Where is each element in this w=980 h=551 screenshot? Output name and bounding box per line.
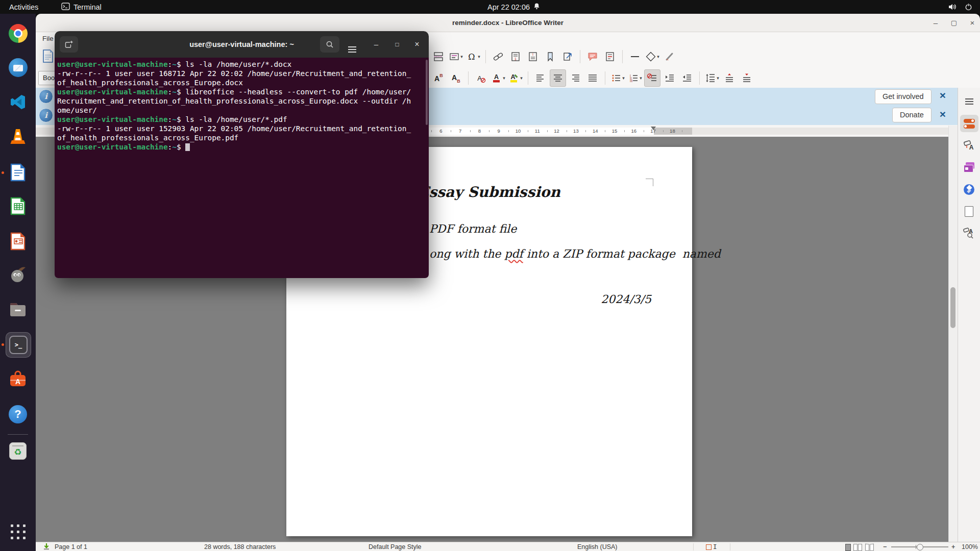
- app-menu[interactable]: Terminal: [61, 0, 102, 14]
- infobar-close-icon[interactable]: ×: [937, 108, 949, 120]
- terminal-line: -rw-r--r-- 1 user user 168712 Apr 22 02:…: [57, 69, 429, 78]
- special-character-icon[interactable]: Ω▾: [465, 48, 481, 65]
- basic-shapes-icon[interactable]: ▾: [644, 48, 660, 65]
- dock-item-impress[interactable]: [6, 229, 30, 254]
- view-layout-buttons[interactable]: [845, 542, 875, 551]
- page-count[interactable]: Page 1 of 1: [55, 542, 87, 551]
- no-list-icon[interactable]: [644, 69, 660, 87]
- page-style[interactable]: Default Page Style: [369, 542, 422, 551]
- book-view-icon[interactable]: [865, 543, 869, 551]
- clock-button[interactable]: Apr 22 02:06: [487, 0, 540, 14]
- numbered-list-icon[interactable]: IIIIII▾: [627, 69, 643, 87]
- sidebar-settings-icon[interactable]: [960, 93, 978, 110]
- volume-icon[interactable]: [948, 0, 957, 14]
- zoom-out-icon[interactable]: −: [883, 542, 887, 551]
- dock: >_A?♻: [0, 14, 36, 551]
- close-icon[interactable]: ×: [966, 17, 979, 29]
- font-color-icon[interactable]: A▾: [490, 69, 506, 87]
- increase-indent-icon[interactable]: [662, 69, 678, 87]
- top-bar: Activities Terminal Apr 22 02:06: [0, 0, 980, 14]
- infobar-close-icon[interactable]: ×: [937, 89, 949, 102]
- align-center-icon[interactable]: [550, 69, 566, 87]
- text-language[interactable]: English (USA): [577, 542, 618, 551]
- svg-text:B: B: [439, 73, 443, 78]
- minimize-icon[interactable]: –: [929, 17, 942, 29]
- dock-item-gimp[interactable]: [6, 262, 30, 287]
- dock-item-terminal[interactable]: >_: [6, 332, 31, 358]
- para-space-decrease-icon[interactable]: [739, 69, 755, 87]
- multi-page-view-icon[interactable]: [853, 544, 857, 551]
- decrease-indent-icon[interactable]: [679, 69, 695, 87]
- dock-item-help[interactable]: ?: [6, 402, 30, 427]
- track-changes-icon[interactable]: [602, 48, 618, 65]
- styles-icon[interactable]: A: [960, 137, 978, 154]
- bookmark-icon[interactable]: [542, 48, 558, 65]
- single-page-view-icon[interactable]: [845, 544, 851, 551]
- horizontal-line-icon[interactable]: [627, 48, 643, 65]
- insert-section-icon[interactable]: [430, 48, 447, 65]
- align-right-icon[interactable]: [567, 69, 583, 87]
- minimize-icon[interactable]: –: [369, 37, 384, 52]
- get-involved-button[interactable]: Get involved: [875, 89, 932, 104]
- dock-item-chrome[interactable]: [6, 21, 30, 45]
- new-document-icon[interactable]: [42, 49, 54, 65]
- document-line: PDF format file: [429, 222, 517, 235]
- dock-item-writer[interactable]: [6, 160, 30, 185]
- para-space-increase-icon[interactable]: [721, 69, 738, 87]
- zoom-percent[interactable]: 100%: [962, 542, 978, 551]
- dock-item-vscode[interactable]: [6, 90, 30, 114]
- properties-icon[interactable]: [960, 115, 978, 132]
- selection-mode-icon[interactable]: I: [706, 542, 717, 551]
- hyperlink-icon[interactable]: [490, 48, 506, 65]
- save-status-icon[interactable]: [43, 542, 50, 551]
- style-inspector-icon[interactable]: A: [960, 224, 978, 242]
- dock-item-ubuntu-software[interactable]: A: [6, 367, 30, 391]
- insert-comment-icon[interactable]: [584, 48, 601, 65]
- superscript-icon[interactable]: AB: [430, 69, 447, 87]
- maximize-icon[interactable]: □: [389, 37, 405, 52]
- subscript-icon[interactable]: AB: [448, 69, 464, 87]
- draw-freeform-icon[interactable]: [662, 48, 678, 65]
- dock-item-trash[interactable]: ♻: [6, 439, 30, 463]
- power-icon[interactable]: [965, 0, 972, 14]
- align-left-icon[interactable]: [532, 69, 549, 87]
- svg-text:B: B: [457, 79, 460, 84]
- menu-icon[interactable]: [344, 36, 361, 53]
- navigator-icon[interactable]: [960, 181, 978, 198]
- clear-formatting-icon[interactable]: A: [473, 69, 489, 87]
- zoom-in-icon[interactable]: +: [951, 542, 955, 551]
- dock-item-calc[interactable]: [6, 194, 30, 218]
- ruler-number: 16: [631, 128, 637, 135]
- menu-file[interactable]: File: [40, 32, 56, 45]
- svg-text:i: i: [532, 53, 533, 56]
- insert-footnote-icon[interactable]: 1: [507, 48, 524, 65]
- insert-text-box-icon[interactable]: ▾: [448, 48, 464, 65]
- donate-button[interactable]: Donate: [892, 108, 932, 122]
- dock-item-app-grid[interactable]: [6, 519, 30, 544]
- line-spacing-icon[interactable]: ▾: [704, 69, 720, 87]
- close-icon[interactable]: ×: [409, 37, 425, 52]
- search-icon[interactable]: [320, 36, 339, 53]
- highlight-color-icon[interactable]: A▾: [507, 69, 524, 87]
- cross-reference-icon[interactable]: [559, 48, 576, 65]
- dock-item-thunderbird[interactable]: [6, 55, 30, 80]
- zoom-slider-thumb[interactable]: [917, 544, 923, 550]
- dock-item-files[interactable]: [6, 297, 30, 322]
- writer-titlebar[interactable]: reminder.docx - LibreOffice Writer – ▢ ×: [36, 14, 980, 32]
- word-count[interactable]: 28 words, 188 characters: [204, 542, 276, 551]
- dock-item-vlc[interactable]: [6, 124, 30, 149]
- vertical-scrollbar[interactable]: [948, 126, 958, 542]
- insert-endnote-icon[interactable]: i: [525, 48, 541, 65]
- terminal-titlebar[interactable]: user@user-virtual-machine: ~ – □ ×: [55, 31, 429, 58]
- gallery-icon[interactable]: [960, 159, 978, 176]
- page-icon[interactable]: [960, 203, 978, 220]
- scrollbar-thumb[interactable]: [950, 287, 955, 328]
- activities-button[interactable]: Activities: [9, 0, 38, 14]
- toolbar-separator: [528, 71, 528, 85]
- justify-icon[interactable]: [584, 69, 601, 87]
- terminal-output[interactable]: user@user-virtual-machine:~$ ls -la /hom…: [55, 58, 429, 278]
- terminal-scrollbar[interactable]: [426, 60, 428, 125]
- right-indent-marker[interactable]: [651, 127, 656, 130]
- bullet-list-icon[interactable]: ▾: [609, 69, 626, 87]
- maximize-icon[interactable]: ▢: [947, 17, 961, 29]
